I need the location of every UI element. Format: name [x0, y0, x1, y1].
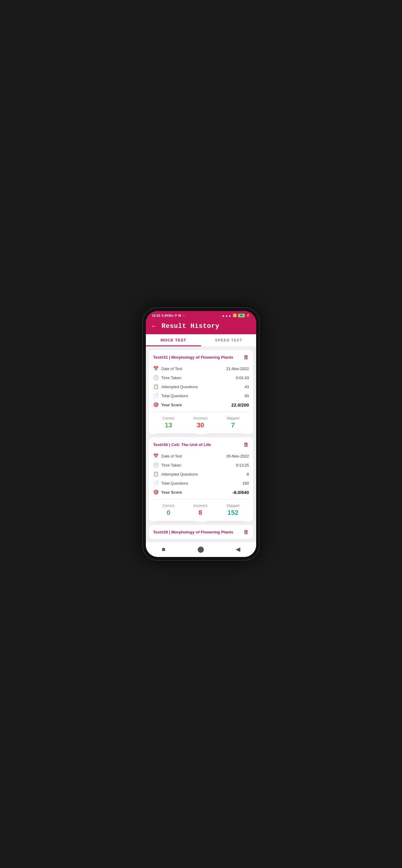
test-list: Test#31 | Morphology of Flowering Plants… — [146, 347, 256, 542]
tab-speed-test[interactable]: SPEED TEST — [201, 334, 256, 346]
incorrect-item-30: Incorrect 8 — [193, 504, 208, 517]
delete-button-29[interactable]: 🗑 — [244, 529, 249, 535]
wifi-icon: 📶 — [233, 313, 237, 317]
date-value-31: 21-Nov-2022 — [226, 367, 249, 371]
target-icon-31: 🎯 — [153, 402, 159, 407]
tab-mock-test[interactable]: MOCK TEST — [146, 334, 201, 346]
tab-bar: MOCK TEST SPEED TEST — [146, 334, 256, 347]
time-value-30: 0:13:25 — [236, 463, 249, 467]
header: ← Result History — [146, 319, 256, 334]
status-m-icon: M — [178, 314, 181, 317]
status-left: 10:25 0.2KB/s P M ··· — [152, 314, 185, 317]
status-time: 10:25 — [152, 314, 160, 317]
attempted-icon-30: 📋 — [153, 471, 159, 477]
incorrect-item-31: Incorrect 30 — [193, 416, 208, 429]
divider-30 — [153, 499, 249, 499]
card-buttons-30: SOLUTION RETAKE — [153, 521, 249, 522]
phone-frame: 10:25 0.2KB/s P M ··· ▲▲▲ 📶 85 ⚡ ← Resul… — [142, 307, 260, 561]
score-row-31: 🎯 Your Score 22.0/200 — [153, 400, 249, 409]
solution-button-31[interactable]: SOLUTION — [153, 433, 199, 434]
attempted-icon-31: 📋 — [153, 384, 159, 390]
correct-value-30: 0 — [167, 509, 170, 517]
correct-value-31: 13 — [165, 421, 172, 429]
retake-button-31[interactable]: RETAKE — [203, 433, 249, 434]
date-row-31: 📅 Date of Test 21-Nov-2022 — [153, 364, 249, 373]
signal-icon: ▲▲▲ — [221, 314, 231, 317]
score-section-31: Correct 13 Incorrect 30 Skipped 7 — [153, 414, 249, 432]
total-value-30: 160 — [242, 481, 249, 486]
score-value-31: 22.0/200 — [231, 402, 249, 407]
clock-icon-31: 🕐 — [153, 375, 159, 380]
date-row-30: 📅 Date of Test 20-Nov-2022 — [153, 452, 249, 461]
delete-button-30[interactable]: 🗑 — [244, 441, 249, 448]
attempted-value-31: 43 — [245, 384, 249, 389]
phone-screen: 10:25 0.2KB/s P M ··· ▲▲▲ 📶 85 ⚡ ← Resul… — [146, 311, 256, 557]
retake-button-30[interactable]: RETAKE — [203, 521, 249, 522]
card-header-29: Test#29 | Morphology of Flowering Plants… — [153, 529, 249, 535]
nav-back-icon[interactable]: ◀ — [236, 546, 240, 553]
total-row-31: 📄 Total Questions 50 — [153, 391, 249, 400]
card-title-31: Test#31 | Morphology of Flowering Plants — [153, 355, 241, 360]
attempted-row-30: 📋 Attempted Questions 8 — [153, 470, 249, 478]
page-title: Result History — [161, 322, 219, 330]
card-header-30: Test#30 | Cell: The Unit of Life 🗑 — [153, 441, 249, 448]
status-p-icon: P — [175, 314, 177, 317]
clock-icon-30: 🕐 — [153, 462, 159, 468]
skipped-value-30: 152 — [227, 509, 239, 517]
nav-home-icon[interactable]: ⬤ — [197, 546, 204, 553]
status-dots: ··· — [182, 314, 185, 317]
incorrect-value-30: 8 — [198, 509, 202, 517]
status-right: ▲▲▲ 📶 85 ⚡ — [221, 313, 250, 317]
solution-button-30[interactable]: SOLUTION — [153, 521, 199, 522]
divider-31 — [153, 412, 249, 412]
attempted-value-30: 8 — [247, 472, 249, 476]
skipped-value-31: 7 — [231, 421, 235, 429]
card-title-30: Test#30 | Cell: The Unit of Life — [153, 442, 241, 447]
bottom-nav: ■ ⬤ ◀ — [146, 542, 256, 557]
test-card-29: Test#29 | Morphology of Flowering Plants… — [149, 525, 253, 539]
status-network: 0.2KB/s — [161, 314, 174, 317]
date-value-30: 20-Nov-2022 — [226, 454, 249, 458]
card-header-31: Test#31 | Morphology of Flowering Plants… — [153, 354, 249, 361]
total-icon-30: 📄 — [153, 480, 159, 486]
skipped-item-30: Skipped 152 — [226, 504, 239, 517]
attempted-row-31: 📋 Attempted Questions 43 — [153, 382, 249, 391]
correct-item-30: Correct 0 — [162, 504, 174, 517]
back-button[interactable]: ← — [151, 322, 157, 330]
time-value-31: 0:01:43 — [236, 375, 249, 380]
calendar-icon-30: 📅 — [153, 453, 159, 459]
nav-square-icon[interactable]: ■ — [162, 546, 165, 553]
card-title-29: Test#29 | Morphology of Flowering Plants — [153, 530, 241, 534]
card-buttons-31: SOLUTION RETAKE — [153, 433, 249, 434]
score-section-30: Correct 0 Incorrect 8 Skipped 152 — [153, 502, 249, 520]
total-value-31: 50 — [245, 394, 249, 398]
incorrect-value-31: 30 — [197, 421, 204, 429]
time-row-30: 🕐 Time Taken 0:13:25 — [153, 461, 249, 470]
battery-icon: 85 — [238, 314, 245, 317]
status-bar: 10:25 0.2KB/s P M ··· ▲▲▲ 📶 85 ⚡ — [146, 311, 256, 319]
calendar-icon-31: 📅 — [153, 366, 159, 371]
test-card-31: Test#31 | Morphology of Flowering Plants… — [149, 350, 253, 434]
total-icon-31: 📄 — [153, 393, 159, 398]
score-row-30: 🎯 Your Score -8.0/640 — [153, 488, 249, 497]
total-row-30: 📄 Total Questions 160 — [153, 478, 249, 488]
test-card-30: Test#30 | Cell: The Unit of Life 🗑 📅 Dat… — [149, 437, 253, 522]
correct-item-31: Correct 13 — [162, 416, 174, 429]
target-icon-30: 🎯 — [153, 490, 159, 495]
skipped-item-31: Skipped 7 — [226, 416, 239, 429]
charge-icon: ⚡ — [246, 313, 250, 317]
time-row-31: 🕐 Time Taken 0:01:43 — [153, 373, 249, 382]
score-value-30: -8.0/640 — [233, 490, 249, 495]
delete-button-31[interactable]: 🗑 — [244, 354, 249, 361]
